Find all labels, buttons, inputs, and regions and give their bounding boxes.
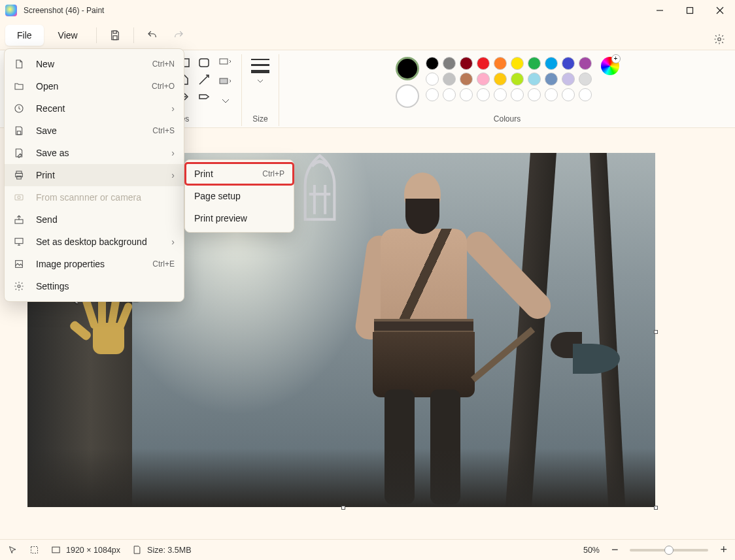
separator bbox=[133, 27, 134, 43]
file-menu-dropdown: NewCtrl+N OpenCtrl+O Recent› SaveCtrl+S … bbox=[4, 48, 184, 302]
selection-tool-status bbox=[29, 545, 39, 555]
svg-point-27 bbox=[18, 285, 20, 288]
colour-swatch[interactable] bbox=[511, 73, 524, 86]
svg-rect-24 bbox=[15, 220, 23, 223]
resize-handle-corner[interactable] bbox=[654, 506, 658, 510]
colour-swatch[interactable] bbox=[460, 73, 473, 86]
separator bbox=[96, 27, 97, 43]
svg-rect-16 bbox=[220, 78, 228, 84]
file-tab[interactable]: File bbox=[5, 25, 44, 46]
colour-swatch[interactable] bbox=[426, 88, 439, 101]
menu-recent[interactable]: Recent› bbox=[5, 97, 184, 120]
colours-group: Colours bbox=[279, 54, 735, 126]
submenu-page-setup[interactable]: Page setup bbox=[185, 185, 294, 207]
colour-swatch[interactable] bbox=[443, 57, 456, 70]
svg-point-6 bbox=[718, 38, 721, 41]
colour-swatch[interactable] bbox=[494, 88, 507, 101]
size-label: Size bbox=[252, 114, 267, 126]
redo-button[interactable] bbox=[167, 25, 190, 46]
menu-print[interactable]: Print› bbox=[5, 164, 184, 186]
status-bar: 1920 × 1084px Size: 3.5MB 50% − + bbox=[0, 539, 735, 560]
colour-swatch[interactable] bbox=[562, 57, 575, 70]
colour-swatch[interactable] bbox=[528, 88, 541, 101]
svg-rect-25 bbox=[15, 239, 23, 244]
svg-rect-4 bbox=[113, 31, 116, 33]
title-bar: Screenshot (46) - Paint bbox=[0, 0, 735, 21]
menu-scanner: From scannner or camera bbox=[5, 186, 184, 208]
zoom-in-button[interactable]: + bbox=[720, 543, 727, 557]
svg-rect-5 bbox=[113, 36, 117, 40]
shape-fill-dropdown[interactable] bbox=[219, 76, 232, 87]
shapes-more-dropdown[interactable] bbox=[219, 96, 232, 107]
menu-open[interactable]: OpenCtrl+O bbox=[5, 75, 184, 97]
colour-swatch[interactable] bbox=[460, 57, 473, 70]
zoom-slider[interactable] bbox=[630, 549, 708, 552]
resize-handle-bottom[interactable] bbox=[341, 506, 345, 510]
secondary-colour[interactable] bbox=[396, 84, 419, 108]
menu-bar: File View bbox=[0, 21, 735, 50]
colour-swatch[interactable] bbox=[460, 88, 473, 101]
maximize-button[interactable] bbox=[675, 0, 705, 21]
resize-handle-right[interactable] bbox=[654, 330, 658, 334]
zoom-level: 50% bbox=[583, 546, 600, 555]
colour-swatch[interactable] bbox=[528, 57, 541, 70]
size-picker[interactable] bbox=[251, 57, 269, 75]
window-title: Screenshot (46) - Paint bbox=[24, 6, 645, 15]
svg-rect-21 bbox=[17, 176, 22, 179]
colour-swatch[interactable] bbox=[511, 57, 524, 70]
colour-swatch[interactable] bbox=[579, 88, 592, 101]
submenu-print[interactable]: PrintCtrl+P bbox=[185, 163, 294, 185]
colour-swatch[interactable] bbox=[562, 73, 575, 86]
svg-rect-26 bbox=[16, 261, 23, 268]
app-icon bbox=[5, 5, 17, 16]
colour-swatch[interactable] bbox=[545, 73, 558, 86]
svg-rect-22 bbox=[15, 195, 23, 200]
colour-swatch[interactable] bbox=[494, 57, 507, 70]
colour-swatch[interactable] bbox=[545, 57, 558, 70]
minimize-button[interactable] bbox=[645, 0, 675, 21]
colour-swatch[interactable] bbox=[443, 73, 456, 86]
colour-swatch[interactable] bbox=[426, 57, 439, 70]
undo-button[interactable] bbox=[141, 25, 164, 46]
colour-swatch[interactable] bbox=[562, 88, 575, 101]
edit-colours-button[interactable] bbox=[601, 57, 619, 75]
view-tab[interactable]: View bbox=[46, 25, 90, 46]
svg-rect-1 bbox=[687, 8, 693, 14]
canvas-dimensions: 1920 × 1084px bbox=[51, 545, 120, 555]
close-button[interactable] bbox=[705, 0, 735, 21]
svg-rect-15 bbox=[220, 59, 228, 64]
menu-save[interactable]: SaveCtrl+S bbox=[5, 120, 184, 142]
menu-set-desktop[interactable]: Set as desktop background› bbox=[5, 231, 184, 253]
menu-new[interactable]: NewCtrl+N bbox=[5, 53, 184, 75]
colour-swatch[interactable] bbox=[477, 88, 490, 101]
save-quick-button[interactable] bbox=[103, 25, 127, 46]
submenu-print-preview[interactable]: Print preview bbox=[185, 207, 294, 229]
colour-swatch[interactable] bbox=[579, 57, 592, 70]
shape-outline-dropdown[interactable] bbox=[219, 57, 232, 67]
menu-save-as[interactable]: Save as› bbox=[5, 142, 184, 164]
colour-swatch[interactable] bbox=[477, 73, 490, 86]
menu-send[interactable]: Send bbox=[5, 208, 184, 231]
menu-settings[interactable]: Settings bbox=[5, 275, 184, 297]
colour-swatch[interactable] bbox=[528, 73, 541, 86]
svg-rect-28 bbox=[31, 547, 38, 553]
colour-swatch[interactable] bbox=[494, 73, 507, 86]
svg-rect-29 bbox=[52, 547, 60, 553]
colour-swatch[interactable] bbox=[545, 88, 558, 101]
cursor-pos bbox=[8, 545, 18, 555]
menu-image-properties[interactable]: Image propertiesCtrl+E bbox=[5, 253, 184, 275]
file-size: Size: 3.5MB bbox=[132, 545, 191, 555]
colour-swatch[interactable] bbox=[579, 73, 592, 86]
shapes-side bbox=[219, 57, 232, 107]
colour-swatch[interactable] bbox=[443, 88, 456, 101]
colour-swatch[interactable] bbox=[426, 73, 439, 86]
primary-colour[interactable] bbox=[396, 57, 419, 80]
size-group: Size bbox=[242, 54, 279, 126]
colour-palette[interactable] bbox=[426, 57, 592, 101]
colour-swatch[interactable] bbox=[477, 57, 490, 70]
colour-swatch[interactable] bbox=[511, 88, 524, 101]
colours-label: Colours bbox=[494, 114, 521, 126]
svg-rect-13 bbox=[199, 59, 209, 67]
zoom-out-button[interactable]: − bbox=[611, 543, 619, 557]
app-settings-button[interactable] bbox=[710, 30, 728, 48]
